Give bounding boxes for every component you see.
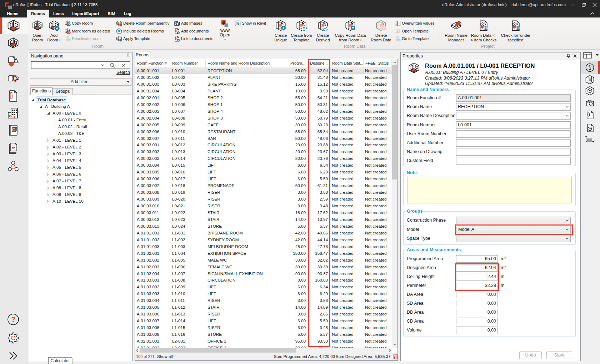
svg-text:=: = [69,24,70,26]
svg-text:∞: ∞ [178,39,179,42]
svg-text:=: = [352,26,354,31]
svg-text:+: + [178,32,179,34]
svg-text:=: = [303,26,305,31]
svg-text:✕: ✕ [68,31,70,34]
svg-text:✕: ✕ [68,39,70,41]
svg-text:□: □ [120,39,121,41]
svg-text:1:1: 1:1 [516,27,520,29]
svg-text:→: → [398,39,400,41]
svg-text:✕: ✕ [382,26,385,30]
svg-text:+: + [175,21,176,23]
svg-text:★: ★ [281,26,285,30]
svg-text:+: + [56,26,58,31]
svg-text:R: R [236,21,239,26]
svg-text:1:1: 1:1 [484,27,488,29]
svg-text:?: ? [11,315,15,323]
svg-text:–: – [120,24,121,26]
